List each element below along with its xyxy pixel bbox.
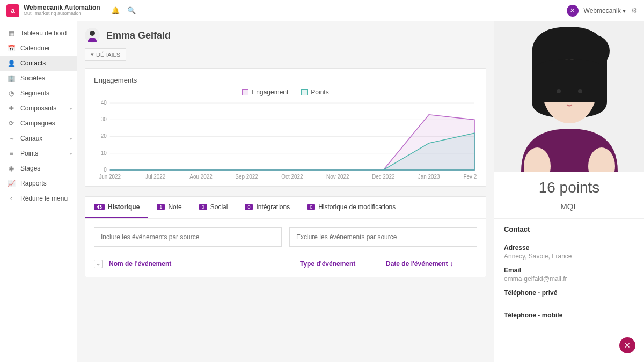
brand-block: Webmecanik Automation Outil marketing au… <box>24 4 100 17</box>
sidebar-item-tableau-de-bord[interactable]: ▦Tableau de bord <box>0 26 77 41</box>
field-value: emma-gelfaid@mail.fr <box>504 275 634 283</box>
nav-label: Tableau de bord <box>20 29 67 37</box>
svg-point-0 <box>90 31 95 36</box>
field-value <box>504 298 634 305</box>
tab-label: Note <box>168 203 181 211</box>
nav-label: Calendrier <box>20 45 50 52</box>
points-display: 16 points <box>494 172 644 202</box>
include-events-input[interactable] <box>94 227 282 247</box>
page-title: Emma Gelfaid <box>106 30 171 41</box>
nav-label: Contacts <box>20 60 46 67</box>
chart-canvas: 010203040Jun 2022Jul 2022Aou 2022Sep 202… <box>94 100 477 181</box>
nav-label: Réduire le menu <box>20 195 68 202</box>
sidebar: ▦Tableau de bord📅Calendrier👤Contacts🏢Soc… <box>0 21 77 362</box>
bell-icon[interactable]: 🔔 <box>111 6 120 14</box>
col-event-date[interactable]: Date de l'événement ↓ <box>386 260 477 268</box>
contact-sidebar: 16 points MQL Contact AdresseAnnecy, Sav… <box>494 21 644 362</box>
field-label: Téléphone - mobile <box>504 312 634 319</box>
sidebar-item-segments[interactable]: ◔Segments <box>0 86 77 101</box>
nav-icon: 👤 <box>8 60 15 67</box>
sidebar-item-canaux[interactable]: ⏦Canaux▸ <box>0 131 77 146</box>
stage-label: MQL <box>494 202 644 219</box>
sidebar-item-campagnes[interactable]: ⟳Campagnes <box>0 116 77 131</box>
tab-badge: 0 <box>307 204 315 210</box>
topbar: a Webmecanik Automation Outil marketing … <box>0 0 644 21</box>
nav-icon: ◉ <box>8 165 15 172</box>
nav-icon: 📈 <box>8 180 15 187</box>
nav-icon: 🏢 <box>8 75 15 82</box>
svg-text:0: 0 <box>104 167 107 173</box>
field-label: Adresse <box>504 244 634 252</box>
field-value <box>504 320 634 328</box>
tabs-row: 43Historique1Note0Social0Intégrations0Hi… <box>85 197 486 219</box>
svg-point-23 <box>578 89 582 93</box>
tab-label: Historique de modifications <box>318 203 396 211</box>
sidebar-item-réduire-le-menu[interactable]: ‹Réduire le menu <box>0 191 77 206</box>
sidebar-item-composants[interactable]: ✚Composants▸ <box>0 101 77 116</box>
nav-label: Stages <box>20 165 40 172</box>
help-fab[interactable]: ✕ <box>619 337 635 353</box>
sidebar-item-rapports[interactable]: 📈Rapports <box>0 176 77 191</box>
svg-text:Fev 2023: Fev 2023 <box>463 174 477 180</box>
tab-historique[interactable]: 43Historique <box>85 197 148 218</box>
nav-label: Campagnes <box>20 120 55 127</box>
avatar-icon <box>85 28 100 43</box>
tab-badge: 1 <box>157 204 165 210</box>
brand-subtitle: Outil marketing automation <box>24 11 100 17</box>
tab-note[interactable]: 1Note <box>148 197 190 218</box>
nav-label: Rapports <box>20 180 47 187</box>
gear-icon[interactable]: ⚙ <box>631 6 638 14</box>
tab-label: Social <box>210 203 228 211</box>
sort-desc-icon: ↓ <box>450 260 453 268</box>
svg-text:30: 30 <box>101 116 107 122</box>
exclude-events-input[interactable] <box>289 227 477 247</box>
select-all-checkbox[interactable]: ⌄ <box>94 260 103 268</box>
svg-text:Sep 2022: Sep 2022 <box>235 174 258 180</box>
tab-social[interactable]: 0Social <box>191 197 237 218</box>
sidebar-item-calendrier[interactable]: 📅Calendrier <box>0 41 77 56</box>
user-avatar-icon[interactable]: ✕ <box>567 5 579 17</box>
contact-fields: AdresseAnnecy, Savoie, FranceEmailemma-g… <box>494 237 644 342</box>
nav-icon: ≡ <box>8 150 15 157</box>
nav-label: Composants <box>20 105 56 112</box>
nav-label: Canaux <box>20 135 42 142</box>
chevron-right-icon: ▸ <box>70 106 72 111</box>
history-card: 43Historique1Note0Social0Intégrations0Hi… <box>85 196 486 277</box>
svg-text:Nov 2022: Nov 2022 <box>326 174 349 180</box>
sidebar-item-points[interactable]: ≡Points▸ <box>0 146 77 161</box>
svg-text:10: 10 <box>101 150 107 156</box>
search-icon[interactable]: 🔍 <box>127 6 136 14</box>
chevron-right-icon: ▸ <box>70 151 72 156</box>
svg-text:Aou 2022: Aou 2022 <box>189 174 213 180</box>
chevron-right-icon: ▸ <box>70 136 72 141</box>
chart-legend: Engagement Points <box>94 88 477 96</box>
nav-icon: ▦ <box>8 29 15 37</box>
tab-intégrations[interactable]: 0Intégrations <box>236 197 298 218</box>
svg-text:Jul 2022: Jul 2022 <box>145 174 166 180</box>
tab-badge: 43 <box>94 204 105 210</box>
sidebar-item-contacts[interactable]: 👤Contacts <box>0 56 77 71</box>
tab-historique-de-modifications[interactable]: 0Historique de modifications <box>298 197 404 218</box>
nav-icon: ⏦ <box>8 135 15 142</box>
nav-icon: ‹ <box>8 195 15 202</box>
events-table-header: ⌄ Nom de l'événement Type d'événement Da… <box>85 255 486 277</box>
sidebar-item-sociétés[interactable]: 🏢Sociétés <box>0 71 77 86</box>
contact-avatar <box>494 21 644 172</box>
svg-text:40: 40 <box>101 100 107 106</box>
brand-logo[interactable]: a <box>6 4 19 17</box>
main-content: Emma Gelfaid ▾ DÉTAILS Engagements Engag… <box>77 21 494 362</box>
col-event-name[interactable]: Nom de l'événement <box>109 260 300 268</box>
nav-icon: 📅 <box>8 45 15 52</box>
sidebar-item-stages[interactable]: ◉Stages <box>0 161 77 176</box>
chart-title: Engagements <box>94 76 477 84</box>
svg-text:Jan 2023: Jan 2023 <box>418 174 440 180</box>
contact-section-header: Contact <box>494 219 644 237</box>
tab-badge: 0 <box>245 204 253 210</box>
details-toggle[interactable]: ▾ DÉTAILS <box>85 48 126 61</box>
field-label: Email <box>504 267 634 274</box>
tab-label: Historique <box>108 203 140 211</box>
col-event-type[interactable]: Type d'événement <box>300 260 386 268</box>
svg-text:Jun 2022: Jun 2022 <box>99 174 121 180</box>
svg-text:Dec 2022: Dec 2022 <box>372 174 395 180</box>
user-menu[interactable]: Webmecanik ▾ <box>584 7 626 14</box>
